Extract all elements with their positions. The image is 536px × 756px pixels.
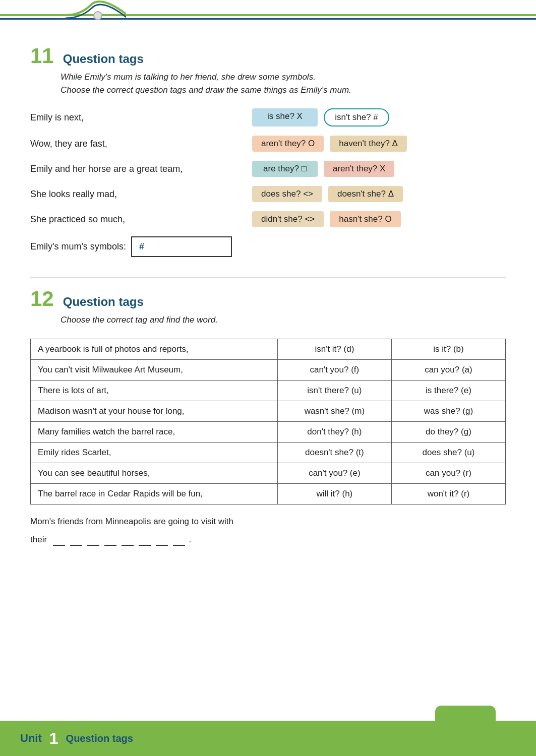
- q11-option-3a[interactable]: are they? □: [252, 161, 318, 177]
- ex11-instruction-line1: While Emily's mum is talking to her frie…: [61, 72, 316, 82]
- blank-3[interactable]: [87, 535, 99, 546]
- table-cell-sentence: Madison wasn't at your house for long,: [31, 401, 278, 421]
- q11-option-1b[interactable]: isn't she? #: [324, 108, 389, 127]
- table-cell-sentence: Many families watch the barrel race,: [31, 421, 278, 442]
- ex12-title: Question tags: [63, 295, 144, 309]
- blank-7[interactable]: [156, 535, 168, 546]
- ex11-title: Question tags: [63, 52, 144, 66]
- q11-option-3b[interactable]: aren't they? X: [324, 161, 394, 177]
- header-circle: [93, 11, 102, 20]
- ex11-header: 11 Question tags: [30, 45, 506, 67]
- final-sentence-text: Mom's friends from Minneapolis are going…: [30, 517, 233, 526]
- period: .: [189, 535, 192, 545]
- table-cell-sentence: You can't visit Milwaukee Art Museum,: [31, 359, 278, 380]
- q12-blanks-row: their .: [30, 535, 506, 546]
- footer-unit-number: 1: [49, 729, 58, 748]
- table-cell-opt1[interactable]: can't you? (f): [277, 359, 391, 380]
- table-cell-opt2[interactable]: is it? (b): [391, 339, 505, 359]
- ex12-number: 12: [30, 288, 54, 309]
- q11-hash-value: #: [139, 241, 144, 251]
- table-cell-opt2[interactable]: does she? (u): [391, 442, 505, 463]
- table-row: Many families watch the barrel race, don…: [31, 421, 506, 442]
- ex12-instruction: Choose the correct tag and find the word…: [61, 313, 506, 327]
- q11-sentence-2: Wow, they are fast,: [30, 139, 252, 149]
- ex11-instruction-line2: Choose the correct question tags and dra…: [61, 85, 351, 95]
- table-row: A yearbook is full of photos and reports…: [31, 339, 506, 359]
- table-row: Emily rides Scarlet, doesn't she? (t) do…: [31, 442, 506, 463]
- footer-tab: [435, 706, 496, 723]
- table-cell-opt1[interactable]: don't they? (h): [277, 421, 391, 442]
- q11-options-1: is she? X isn't she? #: [252, 108, 389, 127]
- q11-option-5a[interactable]: didn't she? <>: [252, 211, 324, 227]
- table-cell-opt1[interactable]: isn't it? (d): [277, 339, 391, 359]
- q11-options-4: does she? <> doesn't she? Δ: [252, 186, 403, 202]
- q11-option-1a[interactable]: is she? X: [252, 108, 318, 127]
- q11-option-2b[interactable]: haven't they? Δ: [330, 136, 407, 152]
- table-cell-opt2[interactable]: do they? (g): [391, 421, 505, 442]
- table-cell-opt2[interactable]: was she? (g): [391, 401, 505, 421]
- footer: Unit 1 Question tags: [0, 721, 536, 756]
- blank-1[interactable]: [53, 535, 65, 546]
- q11-row-1: Emily is next, is she? X isn't she? #: [30, 108, 506, 127]
- table-cell-opt2[interactable]: can you? (a): [391, 359, 505, 380]
- ex11-number: 11: [30, 45, 54, 67]
- table-cell-opt2[interactable]: is there? (e): [391, 380, 505, 401]
- q11-options-5: didn't she? <> hasn't she? O: [252, 211, 401, 227]
- q11-rows: Emily is next, is she? X isn't she? # Wo…: [30, 108, 506, 227]
- q11-row-3: Emily and her horse are a great team, ar…: [30, 161, 506, 177]
- table-cell-sentence: Emily rides Scarlet,: [31, 442, 278, 463]
- blank-8[interactable]: [173, 535, 185, 546]
- table-cell-opt1[interactable]: will it? (h): [277, 483, 391, 504]
- answer-blanks: .: [52, 535, 192, 546]
- q11-row-5: She practiced so much, didn't she? <> ha…: [30, 211, 506, 227]
- exercise-11: 11 Question tags While Emily's mum is ta…: [30, 45, 506, 257]
- q11-symbols-row: Emily's mum's symbols: #: [30, 236, 506, 257]
- table-cell-sentence: You can see beautiful horses,: [31, 463, 278, 483]
- table-row: Madison wasn't at your house for long, w…: [31, 401, 506, 421]
- q11-options-3: are they? □ aren't they? X: [252, 161, 394, 177]
- q11-sentence-4: She looks really mad,: [30, 189, 252, 200]
- q11-sentence-3: Emily and her horse are a great team,: [30, 164, 252, 174]
- q11-option-4a[interactable]: does she? <>: [252, 186, 322, 202]
- table-cell-opt2[interactable]: won't it? (r): [391, 483, 505, 504]
- table-row: You can see beautiful horses, can't you?…: [31, 463, 506, 483]
- table-row: The barrel race in Cedar Rapids will be …: [31, 483, 506, 504]
- table-cell-sentence: There is lots of art,: [31, 380, 278, 401]
- table-cell-opt1[interactable]: can't you? (e): [277, 463, 391, 483]
- q11-row-4: She looks really mad, does she? <> doesn…: [30, 186, 506, 202]
- q11-sentence-5: She practiced so much,: [30, 214, 252, 225]
- q12-final-sentence: Mom's friends from Minneapolis are going…: [30, 517, 506, 527]
- table-cell-opt1[interactable]: doesn't she? (t): [277, 442, 391, 463]
- exercise-12: 12 Question tags Choose the correct tag …: [30, 288, 506, 546]
- their-label: their: [30, 535, 49, 544]
- ex12-header: 12 Question tags: [30, 288, 506, 309]
- footer-unit-label: Unit: [20, 732, 42, 745]
- q11-symbols-label: Emily's mum's symbols:: [30, 241, 126, 252]
- table-cell-opt2[interactable]: can you? (r): [391, 463, 505, 483]
- main-content: 11 Question tags While Emily's mum is ta…: [0, 35, 536, 616]
- q11-row-2: Wow, they are fast, aren't they? O haven…: [30, 136, 506, 152]
- q11-symbols-box[interactable]: #: [131, 236, 232, 257]
- blank-2[interactable]: [70, 535, 82, 546]
- header-decoration: [0, 0, 536, 35]
- section-divider: [30, 277, 506, 278]
- q11-options-2: aren't they? O haven't they? Δ: [252, 136, 407, 152]
- table-row: You can't visit Milwaukee Art Museum, ca…: [31, 359, 506, 380]
- footer-unit-title: Question tags: [66, 733, 133, 744]
- q11-sentence-1: Emily is next,: [30, 112, 252, 123]
- q12-table: A yearbook is full of photos and reports…: [30, 339, 506, 505]
- q11-option-5b[interactable]: hasn't she? O: [330, 211, 400, 227]
- blank-6[interactable]: [139, 535, 151, 546]
- table-cell-sentence: The barrel race in Cedar Rapids will be …: [31, 483, 278, 504]
- q11-option-4b[interactable]: doesn't she? Δ: [328, 186, 403, 202]
- table-row: There is lots of art, isn't there? (u) i…: [31, 380, 506, 401]
- q11-option-2a[interactable]: aren't they? O: [252, 136, 324, 152]
- table-cell-sentence: A yearbook is full of photos and reports…: [31, 339, 278, 359]
- ex11-instruction: While Emily's mum is talking to her frie…: [61, 71, 506, 96]
- blank-4[interactable]: [104, 535, 116, 546]
- table-cell-opt1[interactable]: isn't there? (u): [277, 380, 391, 401]
- table-cell-opt1[interactable]: wasn't she? (m): [277, 401, 391, 421]
- blank-5[interactable]: [122, 535, 134, 546]
